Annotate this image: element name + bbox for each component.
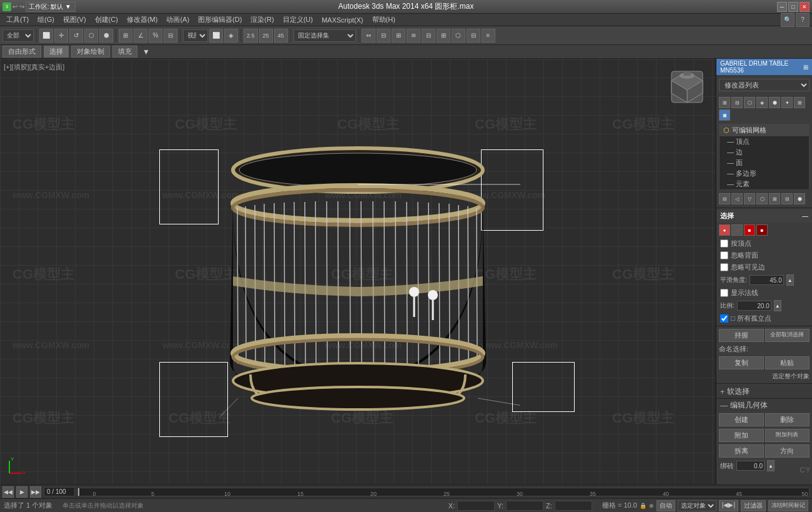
select-points-checkbox[interactable]: [720, 314, 728, 323]
workarea-selector[interactable]: 工作区: 默认 ▼: [26, 2, 76, 12]
edge-item[interactable]: — 边: [720, 147, 809, 158]
object-name-pin[interactable]: ⊞: [803, 64, 808, 71]
percent-snap[interactable]: %: [149, 29, 162, 43]
ribbon-btn[interactable]: ⊟: [422, 29, 435, 43]
getall-btn[interactable]: 全部取消选择: [765, 329, 810, 342]
snap-toggle[interactable]: ⊞: [119, 29, 132, 43]
extra-btn2[interactable]: ⊟: [467, 29, 480, 43]
direction-btn[interactable]: 方向: [765, 444, 810, 458]
create-btn[interactable]: 创建: [719, 413, 764, 426]
sub-icon-2[interactable]: ◁: [731, 193, 743, 204]
hold-btn[interactable]: 持握: [719, 329, 764, 342]
selection-section-header[interactable]: 选择 —: [716, 209, 812, 223]
close-button[interactable]: ✕: [800, 2, 810, 12]
sel-icon-3[interactable]: ■: [744, 224, 755, 236]
maximize-button[interactable]: □: [788, 2, 798, 12]
mirror-btn[interactable]: ⇔: [362, 29, 375, 43]
y-input[interactable]: [506, 501, 543, 511]
value-input1[interactable]: [736, 461, 765, 471]
mod-icon-4[interactable]: ◈: [756, 97, 768, 108]
editable-mesh-header[interactable]: ⬡ 可编辑网格: [720, 124, 809, 136]
curve-btn[interactable]: ≋: [407, 29, 420, 43]
smoothing-input[interactable]: [750, 275, 784, 285]
timeline-next[interactable]: ▶▶: [30, 486, 41, 498]
value-up[interactable]: ▲: [767, 460, 775, 471]
mod-icon-1[interactable]: ⊞: [719, 97, 730, 108]
extra-btn1[interactable]: ⬡: [452, 29, 465, 43]
menu-customize[interactable]: 目定义(U): [279, 14, 317, 26]
auto-btn[interactable]: 自动: [656, 500, 675, 511]
keyframe-btn[interactable]: |◀▶|: [719, 500, 738, 511]
view-select[interactable]: 视图: [183, 29, 208, 42]
mod-icon-6[interactable]: ✦: [781, 97, 793, 108]
objpaint-btn[interactable]: 对象绘制: [71, 46, 110, 58]
sub-icon-4[interactable]: ⬡: [756, 193, 768, 204]
attach-btn[interactable]: 附加: [719, 429, 764, 442]
help-search[interactable]: 🔍: [781, 13, 795, 27]
mod-icon-2[interactable]: ⊟: [731, 97, 743, 108]
menu-view[interactable]: 视图(V): [59, 14, 90, 26]
timeline-play[interactable]: ▶: [16, 486, 27, 498]
menu-create[interactable]: 创建(C): [91, 14, 122, 26]
timeline-track[interactable]: 0 5 10 15 20 25 30 35 40 45 50: [77, 488, 810, 496]
edit-geom-header[interactable]: — 编辑几何体: [716, 398, 812, 412]
normals-checkbox[interactable]: [720, 289, 728, 297]
menu-help[interactable]: 帮助(H): [369, 14, 399, 26]
fill-btn[interactable]: 填充: [112, 46, 137, 58]
sel-icon-dot2[interactable]: ◁: [731, 224, 743, 236]
filter-btn[interactable]: 过滤器: [741, 500, 766, 511]
delete-btn[interactable]: 删除: [765, 413, 810, 426]
named-select[interactable]: 固定选择集: [294, 29, 356, 42]
undo-redo[interactable]: ↩ ↪: [12, 3, 24, 10]
select-mode-btn[interactable]: 选择: [44, 46, 69, 58]
backface-checkbox[interactable]: [720, 251, 728, 259]
menu-grapheditor[interactable]: 图形编辑器(D): [194, 14, 245, 26]
freeform-btn[interactable]: 自由形式: [2, 46, 41, 58]
menu-tools[interactable]: 工具(T): [2, 14, 32, 26]
sub-icon-3[interactable]: ▽: [744, 193, 755, 204]
face-item[interactable]: — 面: [720, 158, 809, 168]
mod-icon-7[interactable]: ⊞: [794, 97, 805, 108]
mode-select[interactable]: 选定对象: [678, 500, 716, 511]
numeric3[interactable]: 45: [274, 29, 288, 43]
numeric2[interactable]: 25: [259, 29, 273, 43]
sel-icon-4[interactable]: ■: [756, 224, 768, 236]
menu-group[interactable]: 组(G): [34, 14, 58, 26]
help-btn[interactable]: ?: [796, 13, 810, 27]
soft-select-header[interactable]: + 软选择: [716, 385, 812, 398]
view-btn2[interactable]: ⬜: [209, 29, 223, 43]
minimize-button[interactable]: ─: [777, 2, 787, 12]
normals-scale-input[interactable]: [737, 301, 771, 311]
vertex-checkbox[interactable]: [720, 239, 728, 248]
mod-icon-5[interactable]: ⬢: [769, 97, 780, 108]
menu-animation[interactable]: 动画(A): [162, 14, 193, 26]
detach-btn[interactable]: 拆离: [719, 444, 764, 458]
z-input[interactable]: [555, 501, 592, 511]
select-filter[interactable]: 全部: [2, 29, 34, 42]
modifier-dropdown[interactable]: 修改器列表: [719, 79, 810, 91]
timeline-prev[interactable]: ◀◀: [2, 486, 14, 498]
more-btn[interactable]: ⊞: [437, 29, 450, 43]
menu-maxscript[interactable]: MAXScript(X): [318, 15, 367, 25]
move-btn[interactable]: ✛: [54, 29, 68, 43]
menu-render[interactable]: 渲染(R): [247, 14, 277, 26]
sub-icon-5[interactable]: ⊞: [769, 193, 780, 204]
addtime-btn[interactable]: 冻结时间标记: [768, 500, 808, 511]
visible-edge-checkbox[interactable]: [720, 263, 728, 271]
sel-icon-dot[interactable]: ●: [719, 224, 730, 236]
numeric1[interactable]: 2.5: [244, 29, 258, 43]
element-item[interactable]: — 元素: [720, 179, 809, 189]
scale-btn[interactable]: ⬡: [84, 29, 98, 43]
vertex-item[interactable]: — 顶点: [720, 136, 809, 147]
align-btn[interactable]: ⊟: [377, 29, 390, 43]
menu-modifier[interactable]: 修改器(M): [123, 14, 162, 26]
spinner-snap[interactable]: ⊟: [164, 29, 177, 43]
sub-icon-7[interactable]: ⬢: [794, 193, 805, 204]
mod-icon-3[interactable]: ⬡: [744, 97, 755, 108]
attach-list-btn[interactable]: 附加列表: [765, 429, 810, 442]
viewport[interactable]: CG模型主 CG模型主 CG模型主 CG模型主 CG模型主 www.CGMXW.…: [0, 59, 715, 484]
x-input[interactable]: [457, 501, 495, 511]
extra-dropdown[interactable]: ▼: [142, 48, 150, 56]
layer-btn[interactable]: ⊞: [392, 29, 405, 43]
sub-icon-6[interactable]: ⊟: [781, 193, 793, 204]
